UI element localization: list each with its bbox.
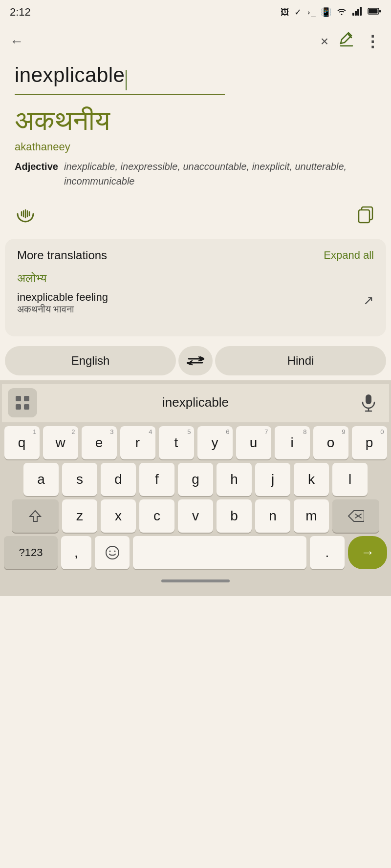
- key-u[interactable]: 7u: [236, 426, 271, 459]
- key-t[interactable]: 5t: [159, 426, 194, 459]
- external-link-icon[interactable]: ↗: [363, 293, 374, 308]
- edit-button[interactable]: [338, 32, 355, 52]
- key-f[interactable]: f: [139, 463, 174, 496]
- svg-rect-11: [16, 396, 21, 401]
- key-number-8: 8: [303, 428, 306, 435]
- keyboard-container: inexplicable 1q 2w 3e 4r 5t 6y 7u 8i 9o …: [0, 380, 391, 596]
- toolbar-right: × ⋮: [321, 32, 381, 52]
- key-m[interactable]: m: [294, 499, 329, 533]
- key-c[interactable]: c: [139, 499, 174, 533]
- alt-translation-hindi: अलोभ्य: [17, 272, 374, 285]
- key-x[interactable]: x: [101, 499, 136, 533]
- expand-all-button[interactable]: Expand all: [324, 249, 374, 262]
- key-y[interactable]: 6y: [197, 426, 233, 459]
- key-p[interactable]: 0p: [352, 426, 387, 459]
- key-e[interactable]: 3e: [82, 426, 117, 459]
- home-indicator[interactable]: [161, 579, 230, 582]
- back-button[interactable]: ←: [10, 34, 23, 49]
- key-number-0: 0: [380, 428, 384, 435]
- bottom-nav: [2, 573, 389, 592]
- enter-icon: →: [361, 545, 374, 560]
- phrase-english: inexplicable feeling: [17, 291, 108, 304]
- swap-languages-button[interactable]: [178, 346, 213, 375]
- signal-icon: [352, 7, 363, 18]
- target-language-button[interactable]: Hindi: [215, 346, 386, 375]
- source-language-button[interactable]: English: [5, 346, 176, 375]
- svg-rect-14: [24, 404, 29, 410]
- svg-rect-8: [359, 210, 369, 223]
- svg-rect-13: [16, 404, 21, 410]
- keyboard-top-bar: inexplicable: [2, 384, 389, 422]
- svg-rect-6: [379, 10, 381, 12]
- transliteration: akathaneey: [15, 141, 376, 153]
- word-type-row: Adjective inexplicable, inexpressible, u…: [15, 159, 376, 188]
- key-n[interactable]: n: [255, 499, 290, 533]
- emoji-button[interactable]: [95, 536, 130, 569]
- keyboard-input-display: inexplicable: [37, 395, 354, 410]
- numbers-button[interactable]: ?123: [4, 536, 58, 569]
- phrase-hindi: अकथनीय भावना: [17, 304, 108, 315]
- svg-rect-12: [24, 396, 29, 401]
- keyboard-row-2: a s d f g h j k l: [2, 463, 389, 496]
- key-number-6: 6: [226, 428, 229, 435]
- key-v[interactable]: v: [178, 499, 213, 533]
- word-synonyms: inexplicable, inexpressible, unaccountab…: [64, 159, 376, 188]
- listen-button[interactable]: [15, 203, 36, 229]
- key-s[interactable]: s: [62, 463, 97, 496]
- copy-button[interactable]: [355, 203, 376, 229]
- svg-point-21: [109, 550, 110, 552]
- search-input[interactable]: inexplicable: [15, 63, 125, 86]
- key-g[interactable]: g: [178, 463, 213, 496]
- more-translations-title: More translations: [17, 248, 107, 262]
- text-cursor: [126, 70, 127, 90]
- key-b[interactable]: b: [217, 499, 252, 533]
- key-h[interactable]: h: [217, 463, 252, 496]
- key-a[interactable]: a: [23, 463, 59, 496]
- key-i[interactable]: 8i: [275, 426, 310, 459]
- key-number-5: 5: [187, 428, 191, 435]
- terminal-icon: ›_: [306, 8, 316, 17]
- enter-button[interactable]: →: [348, 536, 387, 569]
- wifi-icon: [336, 7, 347, 18]
- space-key[interactable]: [133, 536, 306, 569]
- key-q[interactable]: 1q: [4, 426, 40, 459]
- more-translations-header: More translations Expand all: [17, 248, 374, 262]
- key-k[interactable]: k: [294, 463, 329, 496]
- phrase-content: inexplicable feeling अकथनीय भावना: [17, 291, 108, 315]
- more-menu-button[interactable]: ⋮: [365, 32, 381, 51]
- key-number-4: 4: [149, 428, 152, 435]
- status-icons: 🖼 ✓ ›_ 📳: [281, 7, 381, 18]
- key-number-1: 1: [33, 428, 36, 435]
- key-period[interactable]: .: [310, 536, 345, 569]
- key-z[interactable]: z: [62, 499, 97, 533]
- toolbar: ← × ⋮: [0, 24, 391, 59]
- key-d[interactable]: d: [101, 463, 136, 496]
- toolbar-left: ←: [10, 34, 23, 49]
- key-l[interactable]: l: [332, 463, 368, 496]
- key-j[interactable]: j: [255, 463, 290, 496]
- search-input-container[interactable]: inexplicable: [15, 63, 225, 95]
- keyboard-row-4: ?123 , . →: [2, 536, 389, 569]
- battery-icon: [368, 7, 381, 18]
- key-number-3: 3: [110, 428, 113, 435]
- key-number-9: 9: [342, 428, 345, 435]
- key-r[interactable]: 4r: [120, 426, 155, 459]
- status-bar: 2:12 🖼 ✓ ›_ 📳: [0, 0, 391, 24]
- key-number-7: 7: [264, 428, 268, 435]
- svg-rect-3: [360, 7, 362, 16]
- key-o[interactable]: 9o: [313, 426, 348, 459]
- svg-rect-15: [366, 394, 371, 404]
- phrase-row: inexplicable feeling अकथनीय भावना ↗: [17, 291, 374, 315]
- backspace-button[interactable]: [332, 499, 379, 533]
- key-w[interactable]: 2w: [43, 426, 78, 459]
- svg-rect-1: [355, 11, 357, 16]
- keyboard-apps-button[interactable]: [8, 388, 37, 417]
- keyboard-mic-button[interactable]: [354, 388, 383, 417]
- svg-point-22: [114, 550, 115, 552]
- shift-button[interactable]: [12, 499, 59, 533]
- vibrate-icon: 📳: [321, 7, 331, 18]
- check-icon: ✓: [294, 7, 302, 18]
- close-button[interactable]: ×: [321, 34, 328, 49]
- key-comma[interactable]: ,: [61, 536, 91, 569]
- translation-result: अकथनीय akathaneey Adjective inexplicable…: [0, 105, 391, 196]
